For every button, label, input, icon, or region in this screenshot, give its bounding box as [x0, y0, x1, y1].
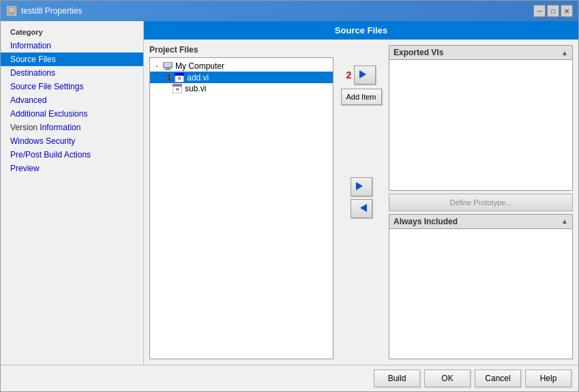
tree-item-sub-vi-label: sub.vi — [185, 84, 206, 93]
tree-item-add-vi[interactable]: 1 VI add.vi — [150, 72, 333, 83]
panel-body: Project Files ⁃ — [144, 40, 578, 365]
svg-text:VI: VI — [178, 76, 181, 80]
sidebar-item-advanced[interactable]: Advanced — [1, 93, 143, 107]
exported-vis-collapse-icon: ▲ — [561, 49, 568, 57]
right-panel: Source Files Project Files ⁃ — [144, 21, 578, 365]
middle-controls: 2 Add Item — [339, 45, 383, 359]
svg-rect-4 — [166, 68, 170, 70]
svg-rect-10 — [173, 84, 182, 87]
exported-vis-list[interactable] — [389, 59, 573, 191]
project-files-label: Project Files — [149, 45, 333, 55]
panel-header: Source Files — [144, 21, 578, 40]
tree-item-sub-vi[interactable]: VI sub.vi — [150, 83, 333, 94]
svg-text:VI: VI — [176, 87, 179, 91]
main-window: testdll Properties ─ □ ✕ Category Inform… — [0, 0, 579, 392]
exported-vis-label: Exported VIs — [394, 48, 443, 57]
tree-root-label: My Computer — [175, 61, 224, 71]
add-vi-icon: VI — [174, 73, 185, 82]
sidebar-header: Category — [1, 27, 143, 39]
tree-item-add-vi-label: add.vi — [187, 73, 209, 82]
always-included-label: Always Included — [394, 217, 458, 226]
close-button[interactable]: ✕ — [561, 5, 573, 17]
sub-vi-icon: VI — [172, 84, 183, 93]
build-button[interactable]: Build — [374, 370, 420, 387]
help-button[interactable]: Help — [525, 370, 571, 387]
badge-number-2: 2 — [346, 70, 352, 80]
project-files-tree[interactable]: ⁃ My Computer — [149, 57, 333, 359]
project-files-section: Project Files ⁃ — [149, 45, 333, 359]
maximize-button[interactable]: □ — [547, 5, 559, 17]
arrow-right-button-1[interactable] — [354, 65, 376, 85]
computer-icon — [162, 61, 173, 71]
main-content: Category Information Source Files Destin… — [1, 21, 578, 365]
sidebar-item-version-information[interactable]: Version Information — [1, 121, 143, 134]
sidebar-item-additional-exclusions[interactable]: Additional Exclusions — [1, 107, 143, 121]
title-bar: testdll Properties ─ □ ✕ — [1, 1, 578, 21]
always-included-arrows — [351, 177, 372, 218]
ok-button[interactable]: OK — [424, 370, 471, 387]
sidebar-item-preview[interactable]: Preview — [1, 162, 143, 175]
svg-rect-7 — [175, 73, 184, 76]
title-controls: ─ □ ✕ — [533, 5, 573, 17]
sidebar-item-source-file-settings[interactable]: Source File Settings — [1, 80, 143, 93]
arrow-right-icon-2 — [356, 181, 367, 193]
always-included-list[interactable] — [389, 228, 573, 360]
version-text: Version — [10, 123, 40, 132]
exported-vis-section: Exported VIs ▲ — [389, 45, 573, 191]
title-bar-left: testdll Properties — [6, 5, 82, 16]
svg-rect-13 — [359, 73, 363, 75]
sidebar-item-source-files[interactable]: Source Files — [1, 52, 143, 66]
svg-rect-15 — [356, 185, 360, 187]
bottom-bar: Build OK Cancel Help — [1, 365, 578, 391]
svg-rect-17 — [363, 207, 367, 209]
always-included-collapse-icon: ▲ — [561, 217, 568, 225]
arrow-right-button-2[interactable] — [351, 177, 372, 196]
sidebar: Category Information Source Files Destin… — [1, 21, 144, 365]
svg-rect-3 — [164, 63, 171, 67]
minimize-button[interactable]: ─ — [533, 5, 546, 17]
svg-rect-0 — [8, 7, 15, 13]
cancel-button[interactable]: Cancel — [475, 370, 521, 387]
add-item-row: 2 — [346, 65, 376, 85]
arrow-right-icon-1 — [359, 70, 370, 81]
always-included-section: Always Included ▲ — [389, 214, 573, 360]
tree-expander-icon[interactable]: ⁃ — [153, 62, 161, 70]
define-prototype-button[interactable]: Define Prototype... — [389, 194, 573, 211]
window-title: testdll Properties — [21, 6, 82, 16]
exported-vis-header[interactable]: Exported VIs ▲ — [389, 45, 573, 59]
sidebar-item-information[interactable]: Information — [1, 39, 143, 52]
tree-root-item[interactable]: ⁃ My Computer — [150, 61, 333, 72]
svg-rect-5 — [164, 70, 171, 70]
svg-rect-1 — [10, 13, 14, 14]
arrow-left-button[interactable] — [351, 199, 372, 218]
arrow-left-icon — [356, 203, 367, 215]
add-item-button[interactable]: Add Item — [341, 89, 382, 105]
right-sections: Exported VIs ▲ Define Prototype... Alway… — [389, 45, 573, 359]
always-included-header[interactable]: Always Included ▲ — [389, 214, 573, 228]
sidebar-item-destinations[interactable]: Destinations — [1, 66, 143, 80]
sidebar-item-windows-security[interactable]: Windows Security — [1, 134, 143, 148]
item-number-1: 1 — [166, 72, 171, 82]
version-highlight: Information — [40, 123, 80, 132]
window-icon — [6, 5, 17, 16]
sidebar-item-pre-post-build[interactable]: Pre/Post Build Actions — [1, 148, 143, 162]
